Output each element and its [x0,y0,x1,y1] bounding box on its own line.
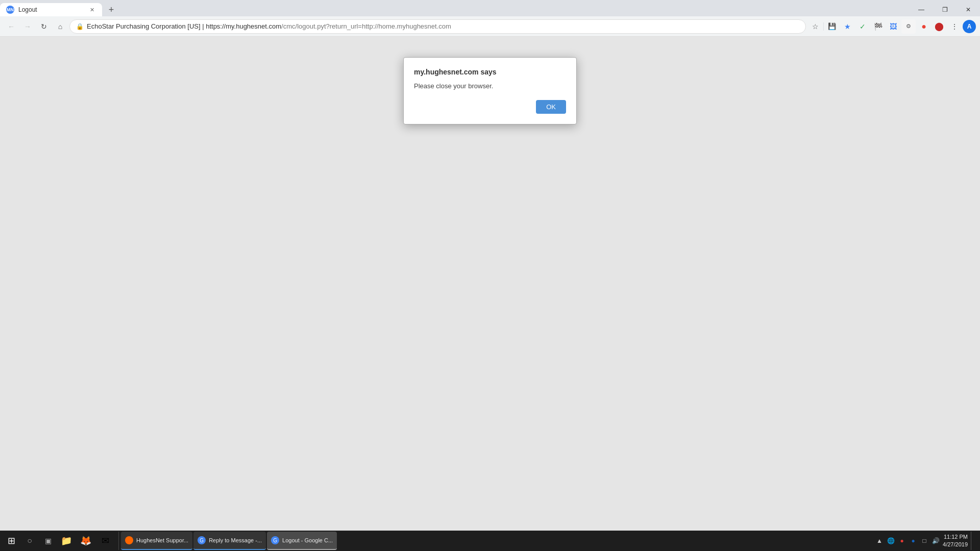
taskbar-mail[interactable]: ✉ [96,532,114,550]
red-circle-ext-icon[interactable]: ⬤ [932,19,946,34]
browser-window: MN Logout ✕ + — ❐ ✕ ← → ↻ ⌂ 🔒 EchoStar P… [0,0,980,551]
new-tab-button[interactable]: + [104,3,118,16]
flag-ext-icon[interactable]: 🏁 [871,19,885,34]
maximize-button[interactable]: ❐ [933,3,957,16]
green-check-ext-icon[interactable]: ✓ [855,19,870,34]
taskbar-reply-label: Reply to Message -... [209,537,262,543]
dialog-title: my.hughesnet.com says [414,68,566,76]
security-label: EchoStar Purchasing Corporation [US] [87,22,201,30]
taskbar-logout[interactable]: G Logout - Google C... [267,532,337,550]
profile-avatar[interactable]: A [963,20,976,33]
title-bar: MN Logout ✕ + — ❐ ✕ [0,0,980,16]
clock-time: 11:12 PM [943,533,968,541]
browser-dialog: my.hughesnet.com says Please close your … [403,57,577,124]
taskbar-hughesnet-label: HughesNet Suppor... [136,537,188,543]
google-save-ext-icon[interactable]: 💾 [825,19,839,34]
taskbar: ⊞ ○ ▣ 📁 🦊 ✉ HughesNet Suppor... G Reply … [0,531,980,551]
chrome-icon-reply: G [198,536,206,544]
toolbar-separator [823,22,824,31]
dialog-buttons: OK [414,100,566,114]
dialog-message: Please close your browser. [414,82,566,90]
taskbar-logout-label: Logout - Google C... [282,537,333,543]
url-origin: https://my.hughesnet.com [206,22,281,30]
start-button[interactable]: ⊞ [2,532,20,550]
chrome-icon-logout: G [271,536,279,544]
tab-close-button[interactable]: ✕ [88,6,96,14]
clock-date: 4/27/2019 [943,541,968,548]
tray-up-arrow[interactable]: ▲ [875,537,884,545]
red-ext-icon[interactable]: ● [917,19,931,34]
address-text: EchoStar Purchasing Corporation [US] | h… [87,22,799,30]
system-clock[interactable]: 11:12 PM 4/27/2019 [943,533,968,549]
task-view-button[interactable]: ▣ [39,532,57,550]
tray-action-center[interactable]: □ [920,537,928,545]
chrome-ext-icon-1[interactable]: ⚙ [901,19,916,34]
dialog-ok-button[interactable]: OK [536,100,566,114]
image-ext-icon[interactable]: 🖼 [886,19,900,34]
taskbar-system-tray: ▲ 🌐 ● ● □ 🔊 11:12 PM 4/27/2019 [871,532,978,550]
tab-favicon: MN [6,6,14,14]
minimize-button[interactable]: — [910,3,933,16]
taskbar-pinned-apps: 📁 🦊 ✉ [57,532,119,550]
refresh-button[interactable]: ↻ [37,19,51,34]
bookmark-star-icon[interactable]: ☆ [808,19,822,34]
page-content: my.hughesnet.com says Please close your … [0,37,980,551]
window-controls: — ❐ ✕ [910,3,980,16]
url-path: /cmc/logout.pyt?return_url=http://home.m… [281,22,451,30]
home-button[interactable]: ⌂ [53,19,67,34]
security-icon: 🔒 [76,23,84,30]
tray-blue-dot[interactable]: ● [909,537,917,545]
tray-red-dot[interactable]: ● [898,537,906,545]
tray-network[interactable]: 🌐 [887,537,895,545]
tray-volume[interactable]: 🔊 [932,537,940,545]
back-button[interactable]: ← [4,19,18,34]
toolbar-right: ☆ 💾 ★ ✓ 🏁 🖼 ⚙ ● ⬤ ⋮ A [808,19,976,34]
taskbar-firefox[interactable]: 🦊 [77,532,95,550]
address-bar[interactable]: 🔒 EchoStar Purchasing Corporation [US] |… [69,19,806,34]
more-options-button[interactable]: ⋮ [947,19,962,34]
taskbar-reply-to-message[interactable]: G Reply to Message -... [193,532,266,550]
forward-button[interactable]: → [20,19,35,34]
taskbar-hughesnet-support[interactable]: HughesNet Suppor... [121,532,192,550]
hughesnet-icon [125,536,133,544]
tab-title: Logout [18,6,84,13]
star-ext-icon[interactable]: ★ [840,19,854,34]
browser-toolbar: ← → ↻ ⌂ 🔒 EchoStar Purchasing Corporatio… [0,16,980,37]
dialog-overlay: my.hughesnet.com says Please close your … [0,37,980,551]
browser-tab[interactable]: MN Logout ✕ [0,3,102,16]
search-cortana[interactable]: ○ [20,532,39,550]
taskbar-running-apps: HughesNet Suppor... G Reply to Message -… [121,532,337,550]
close-button[interactable]: ✕ [957,3,980,16]
show-desktop-button[interactable] [971,532,974,550]
taskbar-file-explorer[interactable]: 📁 [57,532,76,550]
